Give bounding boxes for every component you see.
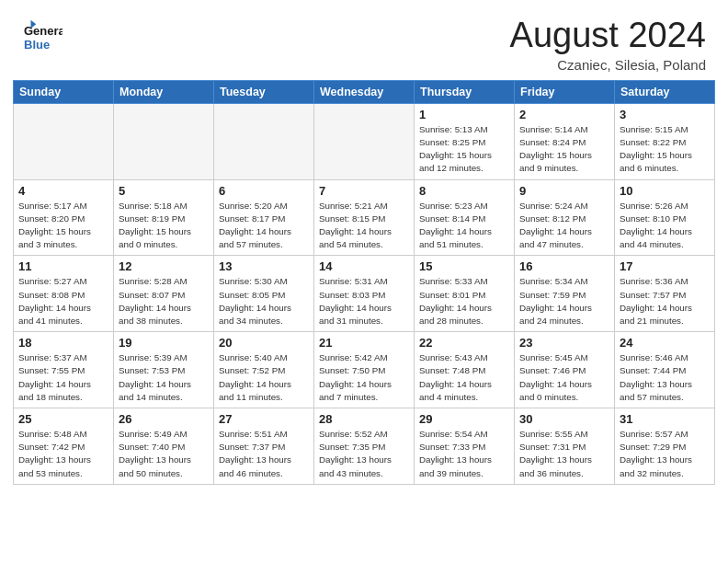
- calendar-day: 23Sunrise: 5:45 AM Sunset: 7:46 PM Dayli…: [515, 332, 615, 408]
- day-detail: Sunrise: 5:15 AM Sunset: 8:22 PM Dayligh…: [620, 123, 710, 176]
- calendar-day: 7Sunrise: 5:21 AM Sunset: 8:15 PM Daylig…: [314, 179, 415, 256]
- weekday-tuesday: Tuesday: [214, 80, 314, 103]
- weekday-wednesday: Wednesday: [314, 80, 415, 103]
- calendar-day: 15Sunrise: 5:33 AM Sunset: 8:01 PM Dayli…: [415, 256, 515, 332]
- day-number: 28: [319, 412, 409, 426]
- day-number: 13: [219, 259, 309, 273]
- day-detail: Sunrise: 5:54 AM Sunset: 7:33 PM Dayligh…: [419, 428, 509, 480]
- day-number: 17: [620, 259, 710, 273]
- calendar-day: 12Sunrise: 5:28 AM Sunset: 8:07 PM Dayli…: [114, 256, 214, 332]
- day-number: 21: [319, 336, 409, 350]
- day-detail: Sunrise: 5:30 AM Sunset: 8:05 PM Dayligh…: [219, 275, 309, 327]
- day-number: 14: [319, 259, 409, 273]
- day-detail: Sunrise: 5:33 AM Sunset: 8:01 PM Dayligh…: [419, 275, 509, 327]
- day-number: 12: [119, 259, 209, 273]
- calendar-week-1: 1Sunrise: 5:13 AM Sunset: 8:25 PM Daylig…: [14, 103, 715, 179]
- day-number: 6: [219, 184, 309, 198]
- day-number: 11: [18, 259, 108, 273]
- day-number: 22: [419, 336, 509, 350]
- day-detail: Sunrise: 5:37 AM Sunset: 7:55 PM Dayligh…: [18, 351, 108, 404]
- weekday-header-row: SundayMondayTuesdayWednesdayThursdayFrid…: [14, 80, 715, 103]
- calendar-day: 19Sunrise: 5:39 AM Sunset: 7:53 PM Dayli…: [114, 332, 214, 408]
- day-detail: Sunrise: 5:20 AM Sunset: 8:17 PM Dayligh…: [219, 200, 309, 252]
- day-number: 2: [519, 108, 609, 121]
- day-detail: Sunrise: 5:14 AM Sunset: 8:24 PM Dayligh…: [519, 123, 609, 176]
- calendar-day: 28Sunrise: 5:52 AM Sunset: 7:35 PM Dayli…: [314, 408, 415, 485]
- calendar-day: 31Sunrise: 5:57 AM Sunset: 7:29 PM Dayli…: [615, 408, 715, 485]
- calendar-week-5: 25Sunrise: 5:48 AM Sunset: 7:42 PM Dayli…: [14, 408, 715, 485]
- day-detail: Sunrise: 5:36 AM Sunset: 7:57 PM Dayligh…: [620, 275, 710, 327]
- day-detail: Sunrise: 5:57 AM Sunset: 7:29 PM Dayligh…: [620, 428, 710, 480]
- day-detail: Sunrise: 5:21 AM Sunset: 8:15 PM Dayligh…: [319, 200, 409, 252]
- calendar-day: 29Sunrise: 5:54 AM Sunset: 7:33 PM Dayli…: [415, 408, 515, 485]
- day-number: 25: [18, 412, 108, 426]
- calendar-day: 10Sunrise: 5:26 AM Sunset: 8:10 PM Dayli…: [615, 179, 715, 256]
- calendar-table: SundayMondayTuesdayWednesdayThursdayFrid…: [13, 80, 715, 485]
- calendar-day: 1Sunrise: 5:13 AM Sunset: 8:25 PM Daylig…: [415, 103, 515, 179]
- day-number: 10: [620, 184, 710, 198]
- location-subtitle: Czaniec, Silesia, Poland: [510, 57, 706, 73]
- calendar-day: 4Sunrise: 5:17 AM Sunset: 8:20 PM Daylig…: [14, 179, 114, 256]
- calendar-day: 17Sunrise: 5:36 AM Sunset: 7:57 PM Dayli…: [615, 256, 715, 332]
- svg-text:General: General: [24, 24, 63, 38]
- calendar-day: 20Sunrise: 5:40 AM Sunset: 7:52 PM Dayli…: [214, 332, 314, 408]
- day-number: 27: [219, 412, 309, 426]
- calendar-week-3: 11Sunrise: 5:27 AM Sunset: 8:08 PM Dayli…: [14, 256, 715, 332]
- day-number: 20: [219, 336, 309, 350]
- day-number: 30: [519, 412, 609, 426]
- day-detail: Sunrise: 5:39 AM Sunset: 7:53 PM Dayligh…: [119, 351, 209, 404]
- logo: General Blue: [22, 17, 63, 61]
- day-number: 4: [18, 184, 108, 198]
- day-number: 15: [419, 259, 509, 273]
- calendar-day: 5Sunrise: 5:18 AM Sunset: 8:19 PM Daylig…: [114, 179, 214, 256]
- day-detail: Sunrise: 5:17 AM Sunset: 8:20 PM Dayligh…: [18, 200, 108, 252]
- day-number: 1: [419, 108, 509, 121]
- day-number: 26: [119, 412, 209, 426]
- svg-text:Blue: Blue: [24, 38, 50, 52]
- weekday-saturday: Saturday: [615, 80, 715, 103]
- day-detail: Sunrise: 5:26 AM Sunset: 8:10 PM Dayligh…: [620, 200, 710, 252]
- weekday-monday: Monday: [114, 80, 214, 103]
- day-number: 23: [519, 336, 609, 350]
- calendar-day: [314, 103, 415, 179]
- day-number: 16: [519, 259, 609, 273]
- day-number: 7: [319, 184, 409, 198]
- month-title: August 2024: [510, 17, 706, 55]
- calendar-day: 30Sunrise: 5:55 AM Sunset: 7:31 PM Dayli…: [515, 408, 615, 485]
- title-block: August 2024 Czaniec, Silesia, Poland: [510, 17, 706, 73]
- day-number: 29: [419, 412, 509, 426]
- day-detail: Sunrise: 5:28 AM Sunset: 8:07 PM Dayligh…: [119, 275, 209, 327]
- weekday-thursday: Thursday: [415, 80, 515, 103]
- day-detail: Sunrise: 5:48 AM Sunset: 7:42 PM Dayligh…: [18, 428, 108, 480]
- calendar-day: 25Sunrise: 5:48 AM Sunset: 7:42 PM Dayli…: [14, 408, 114, 485]
- weekday-sunday: Sunday: [14, 80, 114, 103]
- day-number: 19: [119, 336, 209, 350]
- weekday-friday: Friday: [515, 80, 615, 103]
- day-number: 5: [119, 184, 209, 198]
- day-detail: Sunrise: 5:18 AM Sunset: 8:19 PM Dayligh…: [119, 200, 209, 252]
- calendar-day: 14Sunrise: 5:31 AM Sunset: 8:03 PM Dayli…: [314, 256, 415, 332]
- day-number: 3: [620, 108, 710, 121]
- day-detail: Sunrise: 5:52 AM Sunset: 7:35 PM Dayligh…: [319, 428, 409, 480]
- day-detail: Sunrise: 5:40 AM Sunset: 7:52 PM Dayligh…: [219, 351, 309, 404]
- day-detail: Sunrise: 5:27 AM Sunset: 8:08 PM Dayligh…: [18, 275, 108, 327]
- day-number: 18: [18, 336, 108, 350]
- day-detail: Sunrise: 5:23 AM Sunset: 8:14 PM Dayligh…: [419, 200, 509, 252]
- day-detail: Sunrise: 5:45 AM Sunset: 7:46 PM Dayligh…: [519, 351, 609, 404]
- calendar-day: 8Sunrise: 5:23 AM Sunset: 8:14 PM Daylig…: [415, 179, 515, 256]
- day-detail: Sunrise: 5:55 AM Sunset: 7:31 PM Dayligh…: [519, 428, 609, 480]
- calendar-week-4: 18Sunrise: 5:37 AM Sunset: 7:55 PM Dayli…: [14, 332, 715, 408]
- day-detail: Sunrise: 5:42 AM Sunset: 7:50 PM Dayligh…: [319, 351, 409, 404]
- day-detail: Sunrise: 5:24 AM Sunset: 8:12 PM Dayligh…: [519, 200, 609, 252]
- day-number: 24: [620, 336, 710, 350]
- day-detail: Sunrise: 5:46 AM Sunset: 7:44 PM Dayligh…: [620, 351, 710, 404]
- calendar-day: 18Sunrise: 5:37 AM Sunset: 7:55 PM Dayli…: [14, 332, 114, 408]
- day-number: 31: [620, 412, 710, 426]
- day-number: 9: [519, 184, 609, 198]
- calendar-day: 11Sunrise: 5:27 AM Sunset: 8:08 PM Dayli…: [14, 256, 114, 332]
- calendar-day: 6Sunrise: 5:20 AM Sunset: 8:17 PM Daylig…: [214, 179, 314, 256]
- calendar-day: [214, 103, 314, 179]
- calendar-day: 16Sunrise: 5:34 AM Sunset: 7:59 PM Dayli…: [515, 256, 615, 332]
- logo-icon: General Blue: [22, 17, 63, 57]
- calendar-week-2: 4Sunrise: 5:17 AM Sunset: 8:20 PM Daylig…: [14, 179, 715, 256]
